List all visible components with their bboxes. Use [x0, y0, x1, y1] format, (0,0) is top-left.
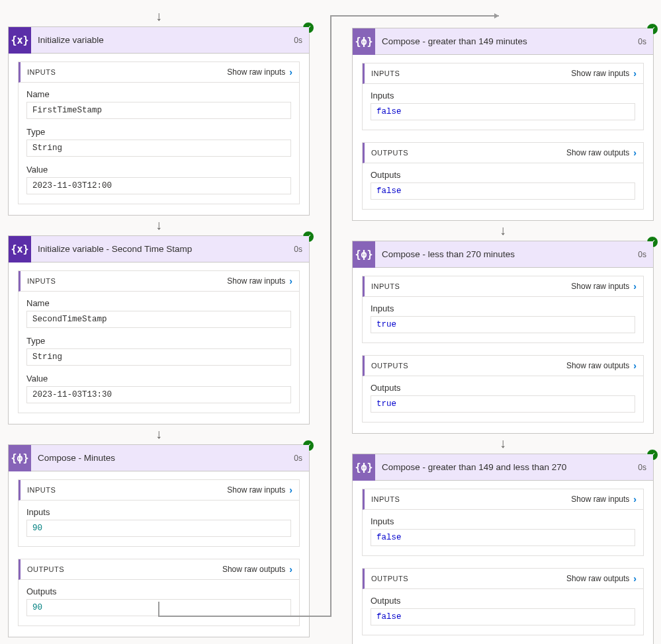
card-header[interactable]: {ϕ} Compose - less than 270 minutes 0s — [353, 241, 653, 268]
chevron-right-icon: › — [289, 564, 292, 575]
action-card-compose-lt270[interactable]: ✓ {ϕ} Compose - less than 270 minutes 0s… — [352, 241, 654, 434]
action-card-initialize-variable-2[interactable]: ✓ {x} Initialize variable - Second Time … — [8, 235, 310, 424]
show-raw-inputs-link[interactable]: Show raw inputs› — [571, 494, 637, 504]
duration-label: 0s — [294, 36, 309, 45]
chevron-right-icon: › — [633, 68, 637, 79]
inputs-section: INPUTS Show raw inputs› Inputs 90 — [18, 479, 300, 547]
card-title: Compose - Minutes — [31, 453, 294, 463]
show-raw-outputs-link[interactable]: Show raw outputs› — [566, 360, 637, 371]
card-title: Initialize variable - Second Time Stamp — [31, 244, 294, 254]
arrow-down-icon: ↓ — [155, 9, 162, 22]
chevron-right-icon: › — [633, 494, 637, 504]
value-type: String — [26, 140, 291, 157]
duration-label: 0s — [294, 454, 309, 463]
compose-icon: {ϕ} — [353, 454, 375, 481]
duration-label: 0s — [294, 245, 309, 254]
variable-icon: {x} — [9, 236, 31, 262]
inputs-heading: INPUTS — [27, 68, 56, 76]
show-raw-inputs-link[interactable]: Show raw inputs› — [227, 67, 292, 77]
value-inputs: true — [371, 316, 635, 333]
flow-column-left: ↓ ✓ {x} Initialize variable 0s INPUTS Sh… — [8, 7, 310, 644]
chevron-right-icon: › — [289, 67, 292, 77]
field-label-inputs: Inputs — [371, 516, 635, 526]
value-value: 2023-11-03T12:00 — [26, 177, 291, 194]
field-label-type: Type — [26, 336, 291, 346]
chevron-right-icon: › — [633, 573, 637, 584]
field-label-outputs: Outputs — [371, 170, 635, 180]
value-outputs: true — [371, 395, 635, 413]
card-title: Compose - greater than 149 minutes — [375, 36, 638, 46]
outputs-section: OUTPUTS Show raw outputs› Outputs 90 — [18, 559, 300, 626]
arrow-down-icon: ↓ — [155, 427, 162, 440]
arrow-down-icon: ↓ — [155, 218, 162, 231]
field-label-type: Type — [26, 127, 291, 137]
inputs-section: INPUTS Show raw inputs› Name SecondTimeS… — [18, 270, 300, 413]
duration-label: 0s — [638, 463, 653, 472]
card-header[interactable]: {ϕ} Compose - greater than 149 minutes 0… — [353, 28, 653, 55]
inputs-section: INPUTS Show raw inputs› Inputs false — [362, 489, 644, 556]
variable-icon: {x} — [9, 27, 31, 54]
inputs-heading: INPUTS — [27, 277, 56, 285]
action-card-initialize-variable[interactable]: ✓ {x} Initialize variable 0s INPUTS Show… — [8, 26, 310, 216]
action-card-compose-gt149-lt270[interactable]: ✓ {ϕ} Compose - greater than 149 and les… — [352, 454, 654, 644]
outputs-section: OUTPUTS Show raw outputs› Outputs true — [362, 355, 644, 423]
field-label-inputs: Inputs — [26, 507, 291, 517]
show-raw-inputs-link[interactable]: Show raw inputs› — [227, 276, 292, 286]
duration-label: 0s — [638, 250, 653, 259]
value-outputs: false — [371, 608, 635, 625]
outputs-section: OUTPUTS Show raw outputs› Outputs false — [362, 568, 644, 635]
value-inputs: false — [371, 103, 635, 120]
flow-column-right: ✓ {ϕ} Compose - greater than 149 minutes… — [352, 7, 654, 644]
field-label-inputs: Inputs — [371, 303, 635, 313]
value-value: 2023-11-03T13:30 — [26, 386, 291, 403]
compose-icon: {ϕ} — [9, 445, 31, 471]
show-raw-outputs-link[interactable]: Show raw outputs› — [566, 573, 637, 584]
chevron-right-icon: › — [289, 276, 292, 286]
value-outputs: 90 — [26, 599, 291, 616]
outputs-heading: OUTPUTS — [371, 362, 408, 370]
arrow-down-icon: ↓ — [500, 436, 506, 450]
card-header[interactable]: {x} Initialize variable - Second Time St… — [9, 236, 309, 262]
action-card-compose-minutes[interactable]: ✓ {ϕ} Compose - Minutes 0s INPUTS Show r… — [8, 444, 310, 637]
inputs-section: INPUTS Show raw inputs› Name FirstTimeSt… — [18, 61, 300, 204]
show-raw-inputs-link[interactable]: Show raw inputs› — [571, 281, 637, 292]
field-label-value: Value — [26, 374, 291, 383]
card-header[interactable]: {ϕ} Compose - greater than 149 and less … — [353, 454, 653, 481]
inputs-heading: INPUTS — [371, 282, 400, 290]
field-label-outputs: Outputs — [371, 383, 635, 393]
inputs-heading: INPUTS — [27, 486, 56, 494]
show-raw-inputs-link[interactable]: Show raw inputs› — [571, 68, 637, 79]
action-card-compose-gt149[interactable]: ✓ {ϕ} Compose - greater than 149 minutes… — [352, 28, 654, 221]
outputs-heading: OUTPUTS — [371, 149, 408, 157]
chevron-right-icon: › — [289, 485, 292, 495]
inputs-section: INPUTS Show raw inputs› Inputs true — [362, 276, 644, 343]
card-title: Initialize variable — [31, 35, 294, 45]
inputs-section: INPUTS Show raw inputs› Inputs false — [362, 63, 644, 130]
value-inputs: false — [371, 529, 635, 546]
chevron-right-icon: › — [633, 281, 637, 292]
card-header[interactable]: {ϕ} Compose - Minutes 0s — [9, 445, 309, 471]
field-label-name: Name — [26, 89, 291, 99]
inputs-heading: INPUTS — [371, 69, 400, 77]
inputs-heading: INPUTS — [371, 495, 400, 503]
field-label-outputs: Outputs — [26, 586, 291, 596]
value-type: String — [26, 348, 291, 366]
show-raw-inputs-link[interactable]: Show raw inputs› — [227, 485, 292, 495]
outputs-section: OUTPUTS Show raw outputs› Outputs false — [362, 142, 644, 210]
value-name: SecondTimeStamp — [26, 311, 291, 328]
chevron-right-icon: › — [633, 147, 637, 158]
arrow-down-icon: ↓ — [500, 223, 506, 237]
card-header[interactable]: {x} Initialize variable 0s — [9, 27, 309, 54]
compose-icon: {ϕ} — [353, 28, 375, 55]
outputs-heading: OUTPUTS — [27, 565, 64, 573]
compose-icon: {ϕ} — [353, 241, 375, 268]
value-name: FirstTimeStamp — [26, 102, 291, 119]
card-title: Compose - greater than 149 and less than… — [375, 462, 638, 472]
show-raw-outputs-link[interactable]: Show raw outputs› — [566, 147, 637, 158]
duration-label: 0s — [638, 37, 653, 46]
value-outputs: false — [371, 182, 635, 200]
field-label-name: Name — [26, 298, 291, 308]
field-label-value: Value — [26, 165, 291, 175]
show-raw-outputs-link[interactable]: Show raw outputs› — [222, 564, 292, 575]
field-label-inputs: Inputs — [371, 91, 635, 101]
